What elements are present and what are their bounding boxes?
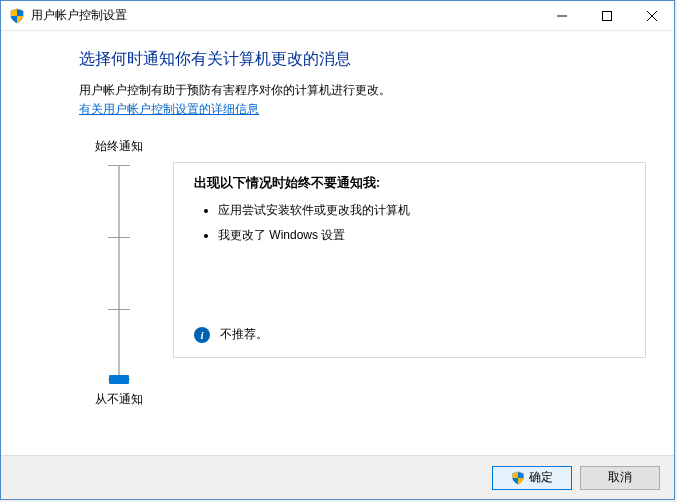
uac-level-slider[interactable] — [96, 165, 142, 381]
uac-shield-icon — [511, 471, 525, 485]
uac-shield-icon — [9, 8, 25, 24]
recommend-row: i 不推荐。 — [194, 326, 268, 343]
titlebar: 用户帐户控制设置 — [1, 1, 674, 31]
info-icon: i — [194, 327, 210, 343]
ok-button[interactable]: 确定 — [492, 466, 572, 490]
level-info-panel: 出现以下情况时始终不要通知我: 应用尝试安装软件或更改我的计算机 我更改了 Wi… — [173, 162, 646, 358]
learn-more-link[interactable]: 有关用户帐户控制设置的详细信息 — [79, 101, 259, 118]
content-area: 选择何时通知你有关计算机更改的消息 用户帐户控制有助于预防有害程序对你的计算机进… — [1, 31, 674, 455]
close-button[interactable] — [629, 1, 674, 30]
ok-button-label: 确定 — [529, 469, 553, 486]
info-title: 出现以下情况时始终不要通知我: — [194, 175, 625, 192]
info-bullet: 我更改了 Windows 设置 — [218, 227, 625, 244]
slider-top-label: 始终通知 — [95, 138, 143, 155]
slider-tick — [108, 165, 130, 166]
slider-track — [118, 165, 120, 381]
info-bullet-list: 应用尝试安装软件或更改我的计算机 我更改了 Windows 设置 — [194, 202, 625, 244]
cancel-button[interactable]: 取消 — [580, 466, 660, 490]
page-heading: 选择何时通知你有关计算机更改的消息 — [79, 49, 646, 70]
svg-rect-1 — [602, 11, 611, 20]
description-text: 用户帐户控制有助于预防有害程序对你的计算机进行更改。 — [79, 82, 646, 99]
maximize-button[interactable] — [584, 1, 629, 30]
recommend-text: 不推荐。 — [220, 326, 268, 343]
window-controls — [539, 1, 674, 30]
minimize-button[interactable] — [539, 1, 584, 30]
info-bullet: 应用尝试安装软件或更改我的计算机 — [218, 202, 625, 219]
slider-column: 始终通知 从不通知 — [79, 138, 159, 408]
cancel-button-label: 取消 — [608, 469, 632, 486]
main-row: 始终通知 从不通知 出现以下情况时始终不要通知我: 应用尝试安装软件或更改我的计… — [79, 134, 646, 408]
uac-settings-window: 用户帐户控制设置 选择何时通知你有关计算机更改的消息 用户帐户控制有助于预防有害… — [0, 0, 675, 500]
slider-thumb[interactable] — [109, 375, 129, 384]
slider-tick — [108, 237, 130, 238]
window-title: 用户帐户控制设置 — [31, 7, 127, 24]
slider-bottom-label: 从不通知 — [95, 391, 143, 408]
footer-button-bar: 确定 取消 — [1, 455, 674, 499]
slider-tick — [108, 309, 130, 310]
